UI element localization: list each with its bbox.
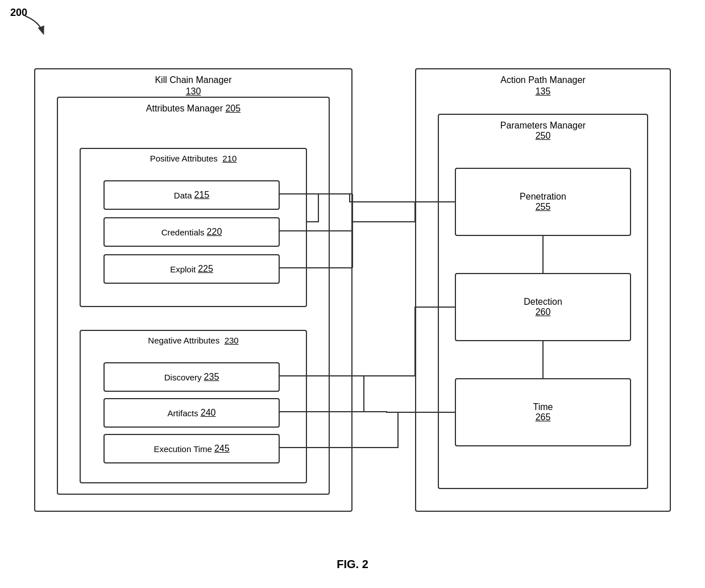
detection-label: Detection xyxy=(524,297,562,307)
artifacts-item-box: Artifacts 240 xyxy=(103,398,280,428)
execution-time-label: Execution Time xyxy=(154,444,212,454)
discovery-label: Discovery xyxy=(164,372,202,382)
exploit-number: 225 xyxy=(198,264,213,274)
negative-attrs-number: 230 xyxy=(225,336,239,345)
time-number: 265 xyxy=(536,412,551,423)
detection-param-box: Detection 260 xyxy=(455,273,631,341)
data-number: 215 xyxy=(194,190,209,200)
penetration-param-box: Penetration 255 xyxy=(455,168,631,236)
credentials-label: Credentials xyxy=(161,227,205,237)
action-path-number: 135 xyxy=(416,86,670,97)
artifacts-number: 240 xyxy=(201,408,216,418)
credentials-number: 220 xyxy=(207,227,222,237)
figure-caption: FIG. 2 xyxy=(337,558,368,571)
discovery-item-box: Discovery 235 xyxy=(103,362,280,392)
time-param-box: Time 265 xyxy=(455,378,631,446)
exploit-item-box: Exploit 225 xyxy=(103,254,280,284)
time-label: Time xyxy=(533,402,553,412)
negative-attributes-box: Negative Attributes 230 Discovery 235 Ar… xyxy=(80,330,307,483)
discovery-number: 235 xyxy=(204,372,219,382)
credentials-item-box: Credentials 220 xyxy=(103,217,280,247)
action-path-title: Action Path Manager xyxy=(416,75,670,85)
execution-time-item-box: Execution Time 245 xyxy=(103,434,280,463)
kill-chain-title: Kill Chain Manager xyxy=(35,75,351,85)
negative-attrs-title: Negative Attributes xyxy=(148,336,219,345)
execution-time-number: 245 xyxy=(214,444,230,454)
params-manager-number: 250 xyxy=(536,131,551,140)
penetration-number: 255 xyxy=(536,202,551,212)
penetration-label: Penetration xyxy=(520,192,566,202)
data-label: Data xyxy=(174,191,192,200)
artifacts-label: Artifacts xyxy=(168,408,198,418)
params-manager-title: Parameters Manager xyxy=(500,121,586,130)
positive-attrs-title: Positive Attributes xyxy=(150,154,218,163)
exploit-label: Exploit xyxy=(170,264,196,274)
data-item-box: Data 215 xyxy=(103,180,280,210)
diagram: 200 Kill Chain Manager 130 Action Path M… xyxy=(0,0,705,588)
figure-arrow xyxy=(8,5,53,39)
positive-attrs-number: 210 xyxy=(222,154,237,163)
detection-number: 260 xyxy=(536,307,551,317)
kill-chain-number: 130 xyxy=(35,86,351,97)
positive-attributes-box: Positive Attributes 210 Data 215 Credent… xyxy=(80,148,307,307)
